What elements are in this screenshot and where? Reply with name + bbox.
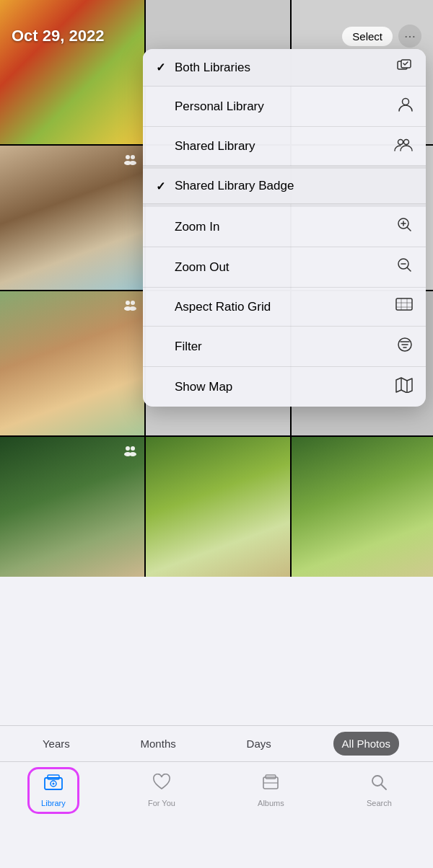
menu-label: Shared Library	[175, 139, 255, 154]
shared-badge-icon	[121, 297, 139, 314]
aspect-ratio-icon	[395, 298, 413, 316]
menu-label: Show Map	[175, 380, 232, 394]
photo-cell[interactable]	[146, 437, 290, 581]
both-libraries-icon	[397, 59, 413, 76]
map-icon	[395, 377, 413, 397]
nav-item-for-you[interactable]: For You	[136, 769, 187, 812]
photo-cell[interactable]	[0, 146, 144, 290]
menu-item-personal-library[interactable]: ✓ Personal Library	[143, 87, 426, 127]
menu-label: Both Libraries	[175, 61, 250, 75]
menu-item-shared-library[interactable]: ✓ Shared Library	[143, 127, 426, 166]
nav-label-for-you: For You	[148, 799, 175, 807]
svg-point-8	[126, 446, 130, 451]
check-icon: ✓	[156, 180, 169, 193]
photo-cell[interactable]	[0, 437, 144, 581]
date-title: Oct 29, 2022	[12, 27, 104, 45]
select-button[interactable]: Select	[342, 27, 393, 46]
menu-item-zoom-out[interactable]: ✓ Zoom Out	[143, 247, 426, 288]
svg-point-20	[404, 140, 409, 145]
menu-label: Zoom Out	[175, 260, 229, 275]
nav-label-library: Library	[41, 799, 66, 807]
menu-item-show-map[interactable]: ✓ Show Map	[143, 367, 426, 407]
shared-badge-icon	[121, 443, 139, 460]
shared-badge-icon	[121, 151, 139, 169]
nav-item-albums[interactable]: Albums	[246, 769, 296, 812]
svg-point-2	[131, 155, 135, 159]
time-tabs: Years Months Days All Photos	[0, 725, 433, 761]
people-icon	[394, 137, 413, 155]
menu-item-zoom-in[interactable]: ✓ Zoom In	[143, 204, 426, 247]
dropdown-menu: ✓ Both Libraries ✓ Personal Library ✓	[143, 49, 426, 407]
menu-label: Personal Library	[175, 99, 264, 114]
menu-label: Aspect Ratio Grid	[175, 300, 271, 314]
svg-point-11	[129, 452, 136, 456]
tab-months[interactable]: Months	[132, 732, 185, 756]
filter-icon	[397, 337, 413, 356]
svg-point-4	[126, 301, 130, 305]
svg-rect-23	[396, 298, 412, 310]
bottom-nav: Library For You Albums Search	[0, 761, 433, 868]
tab-all-photos[interactable]: All Photos	[333, 732, 400, 756]
nav-label-search: Search	[367, 799, 392, 807]
check-icon: ✓	[156, 61, 169, 74]
svg-point-10	[131, 446, 135, 451]
for-you-icon	[152, 774, 171, 796]
tab-days[interactable]: Days	[238, 732, 280, 756]
menu-item-shared-library-badge[interactable]: ✓ Shared Library Badge	[143, 166, 426, 204]
svg-point-18	[403, 99, 409, 105]
header-buttons: Select ⋯	[342, 25, 421, 48]
tab-years[interactable]: Years	[34, 732, 79, 756]
photo-cell[interactable]	[292, 437, 433, 581]
nav-item-library[interactable]: Library	[30, 769, 77, 812]
svg-point-28	[52, 783, 54, 785]
nav-item-search[interactable]: Search	[355, 769, 403, 812]
menu-item-aspect-ratio-grid[interactable]: ✓ Aspect Ratio Grid	[143, 288, 426, 327]
zoom-out-icon	[397, 257, 413, 277]
svg-point-3	[129, 161, 136, 165]
svg-point-7	[129, 306, 136, 311]
svg-point-0	[126, 155, 130, 159]
svg-rect-26	[48, 775, 59, 779]
svg-point-6	[131, 301, 135, 305]
menu-label: Filter	[175, 340, 202, 354]
menu-label: Shared Library Badge	[175, 179, 294, 193]
zoom-in-icon	[397, 217, 413, 236]
svg-point-19	[398, 140, 403, 145]
search-icon	[370, 774, 388, 796]
person-icon	[398, 97, 413, 116]
library-icon	[43, 774, 64, 796]
more-button[interactable]: ⋯	[398, 25, 421, 48]
menu-item-both-libraries[interactable]: ✓ Both Libraries	[143, 49, 426, 87]
more-icon: ⋯	[404, 30, 416, 43]
nav-label-albums: Albums	[258, 799, 284, 807]
photo-cell[interactable]	[0, 291, 144, 435]
albums-icon	[261, 774, 280, 796]
menu-label: Zoom In	[175, 220, 219, 234]
menu-item-filter[interactable]: ✓ Filter	[143, 327, 426, 367]
